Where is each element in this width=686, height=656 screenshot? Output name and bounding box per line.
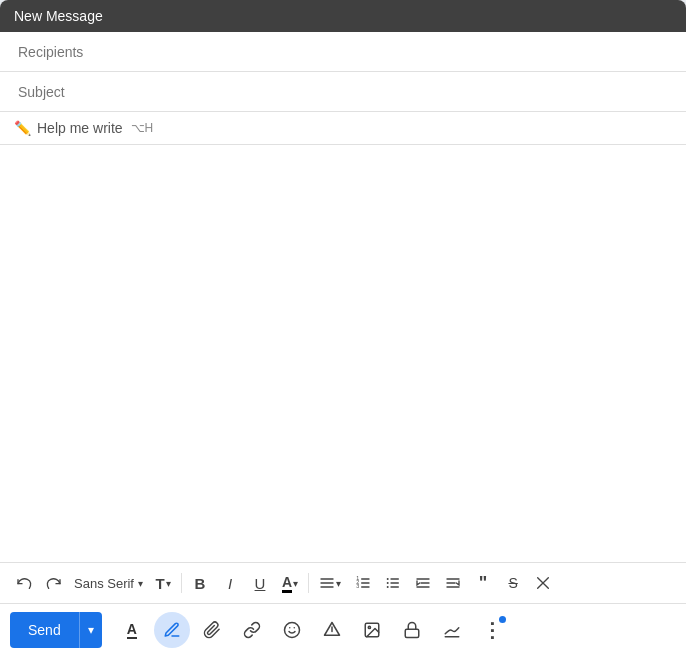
send-button-group: Send ▾: [10, 612, 102, 648]
insert-link-button[interactable]: [234, 612, 270, 648]
ai-shortcut: ⌥H: [131, 121, 154, 135]
insert-emoji-button[interactable]: [274, 612, 310, 648]
svg-point-28: [368, 626, 370, 628]
text-color-label: A: [282, 574, 292, 593]
confidential-button[interactable]: [394, 612, 430, 648]
ai-label[interactable]: Help me write: [37, 120, 123, 136]
strikethrough-button[interactable]: S: [499, 569, 527, 597]
underline-button[interactable]: U: [246, 569, 274, 597]
bottom-bar: Send ▾ A: [0, 603, 686, 656]
insert-drive-button[interactable]: [314, 612, 350, 648]
italic-button[interactable]: I: [216, 569, 244, 597]
recipients-row: [0, 32, 686, 72]
underline-label: U: [255, 575, 266, 592]
compose-title: New Message: [14, 8, 103, 24]
bold-button[interactable]: B: [186, 569, 214, 597]
font-family-selector[interactable]: Sans Serif ▾: [70, 572, 147, 595]
send-dropdown-button[interactable]: ▾: [79, 612, 102, 648]
compose-header: New Message: [0, 0, 686, 32]
formatting-toolbar: Sans Serif ▾ T ▾ B I U A: [0, 562, 686, 603]
svg-point-14: [387, 586, 389, 588]
svg-text:3: 3: [356, 583, 359, 589]
text-color-chevron: ▾: [293, 578, 298, 589]
font-family-chevron: ▾: [138, 578, 143, 589]
strikethrough-label: S: [508, 575, 517, 591]
compose-window: New Message ✏️ Help me write ⌥H: [0, 0, 686, 656]
text-color-button[interactable]: A ▾: [276, 569, 304, 597]
svg-point-12: [387, 578, 389, 580]
ai-pencil-icon: ✏️: [14, 120, 31, 136]
recipients-input[interactable]: [18, 44, 672, 60]
indent-more-button[interactable]: [439, 569, 467, 597]
font-size-button[interactable]: T ▾: [149, 569, 177, 597]
font-size-chevron: ▾: [166, 578, 171, 589]
more-options-label: ⋮: [482, 618, 501, 642]
redo-button[interactable]: [40, 569, 68, 597]
font-size-label: T: [155, 575, 164, 592]
undo-button[interactable]: [10, 569, 38, 597]
formatting-label: A: [127, 621, 137, 639]
align-chevron: ▾: [336, 578, 341, 589]
send-button[interactable]: Send: [10, 612, 79, 648]
attach-file-button[interactable]: [194, 612, 230, 648]
formatting-toggle-button[interactable]: A: [114, 612, 150, 648]
ai-edit-button[interactable]: [154, 612, 190, 648]
compose-body: ✏️ Help me write ⌥H Sans Serif ▾: [0, 32, 686, 656]
ai-bar: ✏️ Help me write ⌥H: [0, 112, 686, 145]
subject-input[interactable]: [18, 84, 672, 100]
bold-label: B: [195, 575, 206, 592]
more-options-button[interactable]: ⋮: [474, 612, 510, 648]
svg-point-23: [284, 623, 299, 638]
svg-rect-29: [405, 629, 419, 637]
send-dropdown-chevron: ▾: [88, 623, 94, 637]
indent-less-button[interactable]: [409, 569, 437, 597]
more-options-badge: [499, 616, 506, 623]
subject-row: [0, 72, 686, 112]
svg-point-13: [387, 582, 389, 584]
remove-format-button[interactable]: [529, 569, 557, 597]
numbered-list-button[interactable]: 123: [349, 569, 377, 597]
compose-area[interactable]: [0, 145, 686, 562]
font-family-label: Sans Serif: [74, 576, 134, 591]
blockquote-button[interactable]: ": [469, 569, 497, 597]
italic-label: I: [228, 575, 232, 592]
insert-signature-button[interactable]: [434, 612, 470, 648]
align-button[interactable]: ▾: [313, 569, 347, 597]
bullet-list-button[interactable]: [379, 569, 407, 597]
insert-photo-button[interactable]: [354, 612, 390, 648]
divider-2: [308, 573, 309, 593]
divider-1: [181, 573, 182, 593]
